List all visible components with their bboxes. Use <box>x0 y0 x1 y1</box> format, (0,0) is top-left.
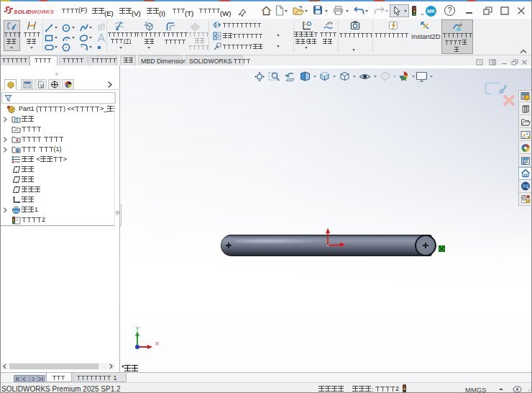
svg-text:X: X <box>155 340 160 347</box>
svg-text:Y: Y <box>136 325 140 332</box>
